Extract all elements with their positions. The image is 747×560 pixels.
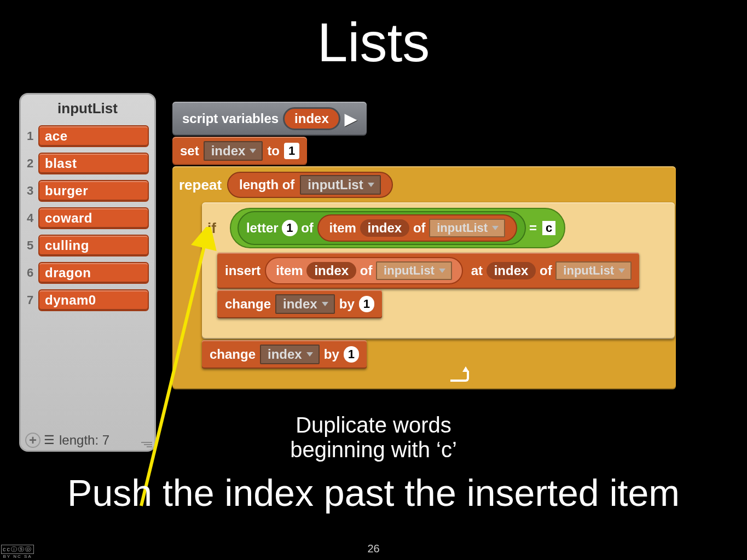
- set-variable-dropdown[interactable]: index: [204, 141, 263, 161]
- list-item: 4coward: [21, 207, 154, 235]
- change-block-outer[interactable]: change index by 1: [202, 340, 367, 369]
- letter-number-input[interactable]: 1: [282, 220, 297, 236]
- cc-license-badge: ccⓘⓢⓞ BY NC SA: [1, 545, 34, 559]
- item-value[interactable]: blast: [38, 153, 149, 174]
- item-index: 6: [26, 266, 34, 280]
- item-index: 4: [26, 211, 34, 225]
- item-index: 2: [26, 156, 34, 171]
- list-watcher-panel: inputList 1ace2blast3burger4coward5culli…: [19, 93, 156, 452]
- item-value[interactable]: burger: [38, 180, 149, 202]
- slide-number: 26: [367, 542, 379, 555]
- change-var-dropdown[interactable]: index: [275, 294, 335, 314]
- set-block[interactable]: set index to 1: [172, 137, 307, 165]
- equals-predicate[interactable]: letter 1 of item index of inputList: [230, 208, 565, 248]
- index-variable-pill[interactable]: index: [283, 107, 340, 130]
- item-of-reporter[interactable]: item index of inputList: [317, 214, 518, 242]
- repeat-bottom: [179, 369, 476, 384]
- if-block-bottom: [207, 322, 673, 335]
- insert-index-reporter[interactable]: index: [487, 262, 536, 279]
- change-by-input[interactable]: 1: [359, 296, 374, 312]
- list-item: 2blast: [21, 153, 154, 180]
- change-by-input-2[interactable]: 1: [344, 346, 359, 363]
- list-item: 3burger: [21, 180, 154, 207]
- list-item: 6dragon: [21, 262, 154, 289]
- item-index: 1: [26, 129, 34, 143]
- variadic-arrow-icon[interactable]: ▶: [345, 110, 357, 128]
- item-value[interactable]: culling: [38, 235, 149, 256]
- item-index: 5: [26, 238, 34, 253]
- length-of-reporter[interactable]: length of inputList: [227, 172, 393, 198]
- list-item: 5culling: [21, 235, 154, 262]
- index-reporter[interactable]: index: [360, 219, 410, 237]
- list-dropdown-3[interactable]: inputList: [555, 261, 632, 280]
- list-item: 1ace: [21, 125, 154, 153]
- length-of-dropdown[interactable]: inputList: [300, 175, 380, 195]
- loop-arrow-icon: [450, 371, 469, 382]
- index-reporter-2[interactable]: index: [306, 262, 356, 279]
- item-value[interactable]: dragon: [38, 262, 149, 284]
- item-index: 3: [26, 184, 34, 198]
- repeat-block[interactable]: repeat length of inputList if letter 1: [172, 166, 676, 389]
- change-block-inner[interactable]: change index by 1: [217, 290, 382, 318]
- letter-of-reporter[interactable]: letter 1 of item index of inputList: [238, 211, 526, 245]
- caption-line-2: Push the index past the inserted item: [0, 471, 747, 514]
- item-value[interactable]: dynam0: [38, 289, 149, 311]
- list-dropdown[interactable]: inputList: [429, 219, 505, 237]
- change-var-dropdown-2[interactable]: index: [260, 345, 320, 364]
- item-value[interactable]: ace: [38, 125, 149, 147]
- list-items: 1ace2blast3burger4coward5culling6dragon7…: [21, 125, 154, 317]
- item-index: 7: [26, 293, 34, 307]
- list-item: 7dynam0: [21, 289, 154, 317]
- list-watcher-title: inputList: [21, 100, 154, 117]
- item-value[interactable]: coward: [38, 207, 149, 229]
- caption-line-1: Duplicate words beginning with ‘c’: [0, 413, 747, 462]
- slide-title: Lists: [0, 11, 747, 74]
- equals-rhs-input[interactable]: c: [542, 221, 555, 235]
- insert-block[interactable]: insert item index of inputList at index …: [217, 253, 639, 289]
- if-block[interactable]: if letter 1 of item index of: [202, 202, 675, 339]
- set-value-input[interactable]: 1: [284, 143, 299, 159]
- script-variables-block[interactable]: script variables index ▶: [172, 102, 367, 136]
- item-of-reporter-2[interactable]: item index of inputList: [265, 257, 463, 284]
- list-dropdown-2[interactable]: inputList: [376, 261, 452, 280]
